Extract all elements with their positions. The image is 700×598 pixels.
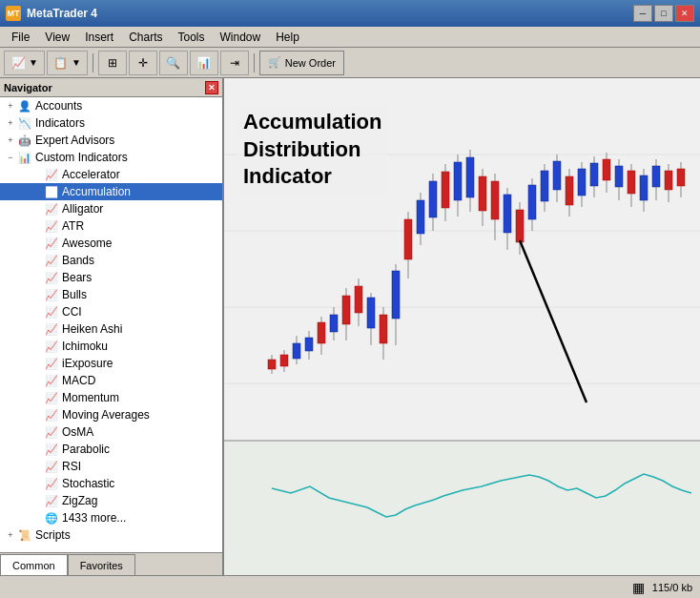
toolbar-period[interactable]: 📊 — [190, 51, 218, 75]
svg-rect-69 — [640, 175, 648, 200]
tree-item-moving-averages[interactable]: 📈 Moving Averages — [0, 406, 222, 423]
main-content: Navigator ✕ + 👤 Accounts + 📉 Indicators … — [0, 78, 700, 575]
tree-item-more[interactable]: 🌐 1433 more... — [0, 509, 222, 526]
template-icon: 📋 — [53, 55, 69, 71]
new-order-button[interactable]: 🛒 New Order — [259, 51, 344, 75]
svg-rect-21 — [342, 296, 350, 324]
close-button[interactable]: ✕ — [675, 5, 694, 22]
title-bar: MT MetaTrader 4 ─ □ ✕ — [0, 0, 700, 27]
svg-rect-25 — [367, 298, 375, 328]
expand-scripts-icon: + — [4, 528, 17, 542]
tree-custom-indicators[interactable]: − 📊 Custom Indicators — [0, 149, 222, 166]
toolbar-chart-shift[interactable]: ⇥ — [220, 51, 249, 75]
chart-shift-icon: ⇥ — [227, 55, 242, 71]
momentum-label: Momentum — [62, 391, 119, 404]
tree-item-accumulation[interactable]: 📈 Accumulation — [0, 183, 222, 200]
tree-item-stochastic[interactable]: 📈 Stochastic — [0, 475, 222, 492]
chart-annotation: Accumulation Distribution Indicator — [237, 107, 387, 193]
bulls-label: Bulls — [62, 288, 87, 301]
scripts-label: Scripts — [35, 528, 71, 542]
menu-tools[interactable]: Tools — [171, 29, 213, 46]
tree-item-bears[interactable]: 📈 Bears — [0, 269, 222, 286]
spacer-1 — [31, 168, 44, 181]
tree-item-alligator[interactable]: 📈 Alligator — [0, 200, 222, 217]
spacer-16 — [31, 425, 44, 439]
svg-rect-53 — [541, 171, 548, 201]
tree-item-bulls[interactable]: 📈 Bulls — [0, 286, 222, 303]
tree-item-atr[interactable]: 📈 ATR — [0, 217, 222, 235]
toolbar-zoom-fit[interactable]: ⊞ — [98, 51, 127, 75]
navigator-title: Navigator — [4, 82, 52, 93]
more-label: 1433 more... — [62, 511, 126, 525]
accounts-icon: 👤 — [17, 98, 32, 113]
toolbar-zoom-in[interactable]: 🔍 — [159, 51, 188, 75]
zigzag-label: ZigZag — [62, 494, 97, 507]
tree-item-momentum[interactable]: 📈 Momentum — [0, 389, 222, 406]
tree-item-zigzag[interactable]: 📈 ZigZag — [0, 492, 222, 509]
iexposure-label: iExposure — [62, 357, 113, 370]
menu-view[interactable]: View — [37, 29, 77, 46]
parabolic-label: Parabolic — [62, 443, 110, 456]
tree-item-ichimoku[interactable]: 📈 Ichimoku — [0, 338, 222, 355]
menu-charts[interactable]: Charts — [121, 29, 170, 46]
tree-item-iexposure[interactable]: 📈 iExposure — [0, 355, 222, 372]
tree-item-bands[interactable]: 📈 Bands — [0, 252, 222, 269]
svg-rect-45 — [491, 181, 499, 219]
crosshair-icon: ✛ — [135, 55, 151, 71]
minimize-button[interactable]: ─ — [633, 5, 652, 22]
spacer-7 — [31, 271, 44, 284]
tab-favorites[interactable]: Favorites — [68, 554, 135, 575]
spacer-17 — [31, 443, 44, 456]
tree-item-cci[interactable]: 📈 CCI — [0, 303, 222, 320]
spacer-9 — [31, 305, 44, 319]
chart-area[interactable]: Accumulation Distribution Indicator — [224, 78, 700, 575]
accounts-label: Accounts — [35, 99, 82, 113]
tree-item-macd[interactable]: 📈 MACD — [0, 372, 222, 389]
svg-rect-33 — [417, 200, 424, 234]
tree-scripts[interactable]: + 📜 Scripts — [0, 526, 222, 544]
svg-rect-55 — [553, 161, 561, 190]
svg-rect-9 — [268, 360, 276, 369]
tab-common[interactable]: Common — [0, 554, 68, 575]
svg-rect-51 — [528, 185, 536, 219]
menu-help[interactable]: Help — [268, 29, 307, 46]
experts-icon: 🤖 — [17, 133, 32, 148]
stochastic-label: Stochastic — [62, 477, 114, 490]
bands-label: Bands — [62, 254, 94, 267]
maximize-button[interactable]: □ — [654, 5, 673, 22]
toolbar-new-chart[interactable]: 📈 ▼ — [4, 51, 45, 75]
item-icon-iexposure: 📈 — [44, 356, 59, 371]
tree-item-parabolic[interactable]: 📈 Parabolic — [0, 441, 222, 458]
period-icon: 📊 — [196, 55, 212, 71]
memory-usage: 115/0 kb — [652, 582, 692, 593]
svg-rect-43 — [479, 176, 486, 211]
svg-rect-31 — [404, 219, 412, 259]
tree-item-accelerator[interactable]: 📈 Accelerator — [0, 166, 222, 183]
spacer-14 — [31, 391, 44, 404]
item-icon-bears: 📈 — [44, 270, 59, 285]
menu-window[interactable]: Window — [213, 29, 269, 46]
tree-expert-advisors[interactable]: + 🤖 Expert Advisors — [0, 132, 222, 149]
tree-item-rsi[interactable]: 📈 RSI — [0, 458, 222, 475]
menu-file[interactable]: File — [4, 29, 37, 46]
item-icon-atr: 📈 — [44, 218, 59, 234]
tree-indicators[interactable]: + 📉 Indicators — [0, 114, 222, 132]
toolbar-sep-1 — [93, 53, 93, 72]
title-bar-controls[interactable]: ─ □ ✕ — [633, 5, 694, 22]
menu-insert[interactable]: Insert — [77, 29, 121, 46]
tree-item-heiken-ashi[interactable]: 📈 Heiken Ashi — [0, 320, 222, 338]
toolbar-template[interactable]: 📋 ▼ — [47, 51, 88, 75]
expand-indicators-icon: + — [4, 116, 17, 130]
svg-rect-27 — [380, 315, 387, 343]
tree-accounts[interactable]: + 👤 Accounts — [0, 97, 222, 114]
spacer-15 — [31, 408, 44, 422]
custom-indicators-label: Custom Indicators — [35, 151, 128, 164]
indicators-icon: 📉 — [17, 115, 32, 131]
expand-experts-icon: + — [4, 134, 17, 147]
toolbar-crosshair[interactable]: ✛ — [129, 51, 157, 75]
tree-item-awesome[interactable]: 📈 Awesome — [0, 235, 222, 252]
navigator-panel: Navigator ✕ + 👤 Accounts + 📉 Indicators … — [0, 78, 224, 575]
navigator-tree[interactable]: + 👤 Accounts + 📉 Indicators + 🤖 Expert A… — [0, 97, 222, 552]
tree-item-osma[interactable]: 📈 OsMA — [0, 423, 222, 441]
navigator-close-button[interactable]: ✕ — [205, 81, 218, 94]
